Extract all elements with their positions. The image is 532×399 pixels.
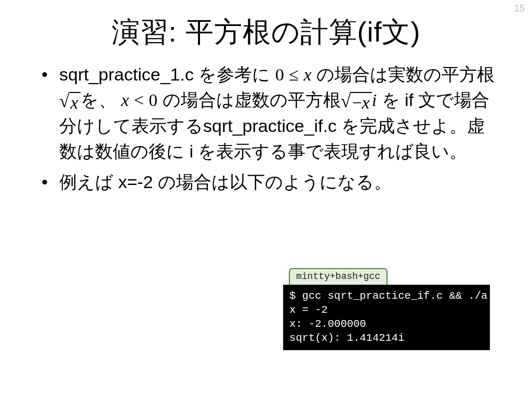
text: の場合は虚数の平方根 [157,90,340,110]
text: の場合は実数の平方根 [311,64,494,84]
bullet-2: 例えば x=-2 の場合は以下のようになる。 [42,169,501,195]
math-0: 0 [275,65,284,84]
sqrt-x: √x [59,92,81,112]
text: sqrt_practice_1.c を参考に [59,64,275,84]
text: を、 [81,90,121,110]
page-number: 15 [514,3,525,14]
sqrt-neg-x: √−−xx [341,92,372,112]
bullet-list: sqrt_practice_1.c を参考に 0 ≤ x の場合は実数の平方根√… [42,62,501,195]
bullet-1: sqrt_practice_1.c を参考に 0 ≤ x の場合は実数の平方根√… [42,62,501,164]
slide: 15 演習: 平方根の計算(if文) sqrt_practice_1.c を参考… [0,0,532,399]
math-lt: < [134,90,144,110]
math-0b: 0 [149,90,157,110]
slide-body: sqrt_practice_1.c を参考に 0 ≤ x の場合は実数の平方根√… [0,51,532,195]
math-x2: x [121,90,129,110]
math-x: x [303,65,311,84]
terminal-output: $ gcc sqrt_practice_if.c && ./a x = -2 x… [283,285,490,350]
slide-title: 演習: 平方根の計算(if文) [0,0,532,51]
math-le: ≤ [289,65,299,84]
imag-i: i [372,90,377,110]
